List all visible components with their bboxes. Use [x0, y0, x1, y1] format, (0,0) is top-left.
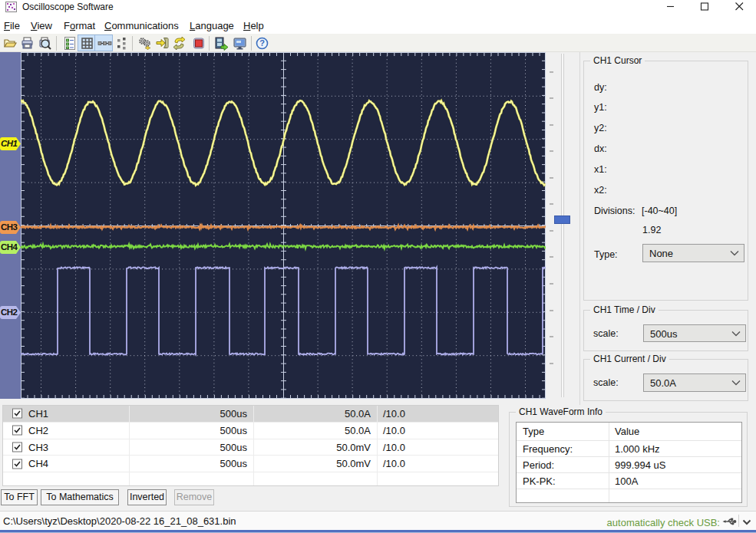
- svg-text:?: ?: [259, 38, 265, 48]
